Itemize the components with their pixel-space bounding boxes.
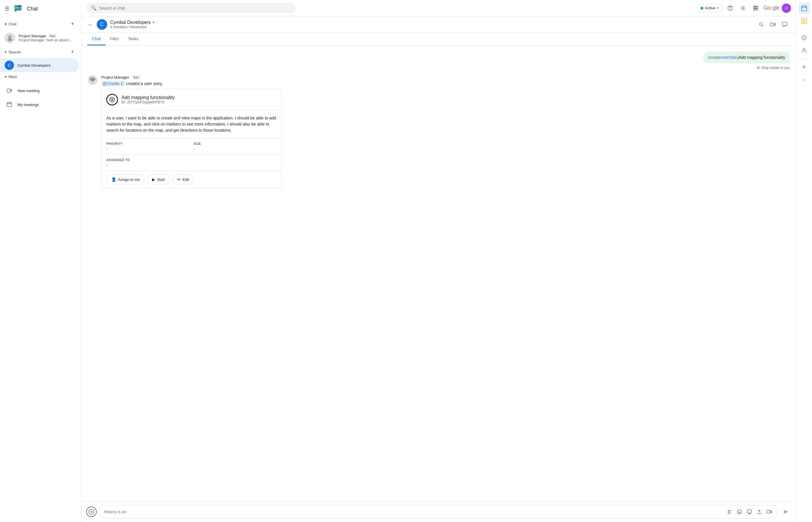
- start-label: Start: [157, 177, 165, 182]
- svg-rect-53: [801, 18, 807, 24]
- person-icon[interactable]: [798, 44, 810, 56]
- bot-name: Project Manager: [101, 75, 129, 80]
- input-actions: [726, 508, 773, 516]
- tasks-icon[interactable]: [798, 32, 810, 43]
- chat-add-button[interactable]: +: [68, 20, 77, 28]
- card-actions: 👤 Assign to me ▶ Start ✏ Edit: [102, 171, 282, 188]
- add-app-button[interactable]: +: [798, 61, 810, 73]
- sent-text: Add mapping functionality: [738, 55, 785, 60]
- tab-chat[interactable]: Chat: [87, 33, 105, 45]
- svg-point-54: [802, 35, 807, 40]
- message-input[interactable]: [104, 509, 723, 514]
- project-manager-avatar: [5, 33, 15, 43]
- apps-button[interactable]: [751, 3, 761, 14]
- cymbal-space-name: Cymbal Developers: [18, 63, 50, 67]
- sent-message-container: /createUserStoryAdd mapping functionalit…: [87, 52, 790, 63]
- user-avatar[interactable]: U: [782, 3, 791, 13]
- input-area: [82, 501, 796, 522]
- search-chat-button[interactable]: [756, 19, 767, 30]
- svg-rect-8: [9, 38, 11, 38]
- send-button[interactable]: [780, 506, 791, 517]
- svg-rect-52: [805, 5, 806, 6]
- threads-button[interactable]: [779, 19, 790, 30]
- visibility-text: Only visible to you: [762, 66, 790, 70]
- expand-icon[interactable]: ›: [798, 74, 810, 86]
- card-id: ID: J5TI7jsnF2rppw0hFB7S: [121, 100, 175, 104]
- svg-rect-51: [803, 5, 803, 6]
- svg-point-47: [740, 511, 740, 512]
- meta-separator: •: [128, 25, 131, 29]
- svg-rect-11: [7, 89, 11, 92]
- settings-button[interactable]: [738, 3, 748, 14]
- chat-item-project-manager[interactable]: Project Manager App Project Manager: Sen…: [0, 30, 79, 45]
- tab-files[interactable]: Files: [105, 33, 123, 45]
- bot-badge: App: [131, 75, 141, 80]
- priority-value: -: [106, 146, 190, 151]
- svg-rect-25: [757, 9, 758, 11]
- meet-section: New meeting My meetings: [0, 81, 81, 114]
- my-meetings-item[interactable]: My meetings: [0, 98, 79, 112]
- card-description: As a user, I want to be able to create a…: [106, 115, 277, 134]
- messages-area: /createUserStoryAdd mapping functionalit…: [82, 46, 796, 501]
- start-icon: ▶: [152, 177, 155, 182]
- svg-rect-27: [770, 23, 774, 26]
- video-message-button[interactable]: [765, 508, 773, 516]
- chat-header-actions: [756, 19, 790, 30]
- svg-rect-17: [753, 6, 755, 7]
- spaces-add-button[interactable]: +: [68, 48, 77, 56]
- svg-rect-30: [90, 78, 95, 81]
- project-manager-sub: Project Manager: Sent an attachment: [19, 38, 74, 42]
- visibility-notice: 👁 Only visible to you: [87, 65, 790, 70]
- card-icon: [106, 94, 118, 105]
- edit-label: Edit: [183, 177, 189, 182]
- tab-tasks[interactable]: Tasks: [123, 33, 143, 45]
- space-item-cymbal[interactable]: C Cymbal Developers: [0, 58, 79, 72]
- meet-section-header[interactable]: ▾ Meet: [0, 72, 81, 81]
- spaces-section-header[interactable]: ▾ Spaces +: [0, 45, 81, 58]
- notes-icon[interactable]: [798, 15, 810, 27]
- add-attachment-button[interactable]: [86, 506, 97, 517]
- calendar-icon[interactable]: [798, 2, 810, 14]
- emoji-button[interactable]: [735, 508, 744, 516]
- svg-point-43: [112, 99, 113, 100]
- format-text-button[interactable]: [726, 508, 734, 516]
- bot-message-content: Project Manager App @Charlie C created a…: [101, 75, 282, 188]
- svg-rect-18: [755, 6, 757, 7]
- upload-button[interactable]: [755, 508, 763, 516]
- help-button[interactable]: [725, 3, 735, 14]
- start-button[interactable]: ▶ Start: [147, 175, 170, 184]
- space-header-name-text: Cymbal Developers: [110, 20, 151, 25]
- sidebar-header: ☰ Chat: [0, 0, 81, 18]
- chat-section-header[interactable]: ▾ Chat +: [0, 18, 81, 30]
- my-meetings-label: My meetings: [18, 102, 39, 107]
- edit-icon: ✏: [177, 177, 181, 182]
- eye-icon: 👁: [756, 65, 760, 70]
- cymbal-avatar: C: [5, 61, 14, 70]
- status-button[interactable]: Active ▾: [697, 4, 723, 12]
- space-header-name-button[interactable]: Cymbal Developers ▾: [110, 20, 756, 25]
- hamburger-icon[interactable]: ☰: [5, 5, 9, 12]
- bot-created-text: @Charlie C created a user story.: [101, 81, 282, 86]
- status-chevron-icon: ▾: [717, 6, 719, 10]
- video-call-button[interactable]: [768, 19, 778, 30]
- assign-to-me-button[interactable]: 👤 Assign to me: [106, 175, 145, 184]
- new-meeting-item[interactable]: New meeting: [0, 84, 79, 98]
- status-dot: [701, 7, 703, 9]
- svg-rect-14: [10, 102, 11, 103]
- space-name-chevron-icon: ▾: [153, 20, 154, 24]
- back-button[interactable]: ←: [87, 21, 93, 28]
- status-label: Active: [705, 6, 715, 10]
- edit-button[interactable]: ✏ Edit: [172, 175, 194, 184]
- search-bar[interactable]: 🔍: [86, 3, 296, 13]
- assigned-label: ASSIGNED TO: [106, 158, 277, 162]
- created-suffix: created a user story.: [125, 81, 163, 86]
- svg-rect-48: [747, 510, 751, 513]
- svg-point-1: [16, 7, 17, 8]
- user-story-card: Add mapping functionality ID: J5TI7jsnF2…: [101, 89, 282, 188]
- search-input[interactable]: [99, 6, 291, 11]
- svg-rect-19: [757, 6, 758, 7]
- svg-point-45: [737, 510, 742, 514]
- my-meetings-icon: [5, 100, 14, 109]
- space-header-avatar: C: [97, 19, 107, 30]
- mention-button[interactable]: [745, 508, 753, 516]
